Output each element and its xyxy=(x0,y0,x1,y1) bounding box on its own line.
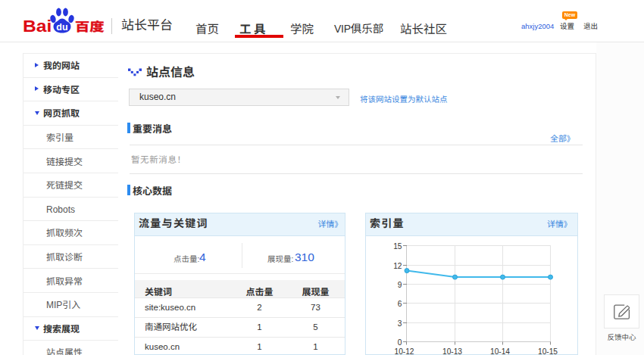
svg-text:15: 15 xyxy=(393,242,402,251)
svg-text:6: 6 xyxy=(398,300,402,308)
svg-text:10-14: 10-14 xyxy=(490,347,510,355)
svg-text:9: 9 xyxy=(398,281,402,289)
svg-text:10-13: 10-13 xyxy=(442,347,462,355)
svg-text:10-15: 10-15 xyxy=(538,347,558,355)
svg-text:du: du xyxy=(56,22,67,33)
svg-text:12: 12 xyxy=(393,262,402,270)
svg-text:3: 3 xyxy=(398,319,402,328)
svg-text:10-12: 10-12 xyxy=(394,347,414,355)
svg-text:0: 0 xyxy=(398,338,402,347)
